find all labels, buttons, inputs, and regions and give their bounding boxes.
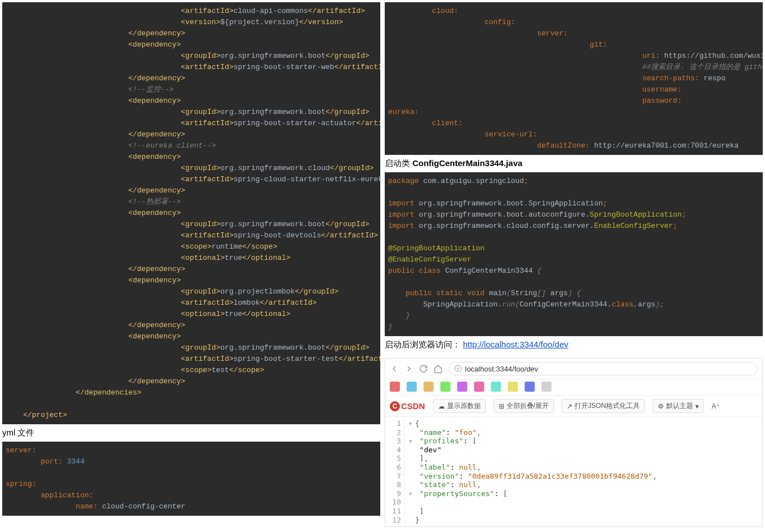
access-link[interactable]: http://localhost:3344/foo/dev xyxy=(463,340,568,349)
cloud-icon: ☁ xyxy=(438,402,445,410)
show-raw-button[interactable]: ☁显示原数据 xyxy=(433,399,486,413)
open-json-tool-button[interactable]: ↗打开JSON格式化工具 xyxy=(562,399,645,413)
reload-icon[interactable] xyxy=(419,364,428,373)
browser-mock: ⓘ localhost:3344/foo/dev CCSDN xyxy=(385,358,763,527)
yml-block-2: cloud: config: server: git: uri: https:/ xyxy=(385,2,763,155)
pom-xml-block: <artifactId>cloud-api-commons</artifactI… xyxy=(2,2,380,424)
gear-icon: ⚙ xyxy=(658,402,664,410)
bookmarks-bar xyxy=(385,379,762,396)
java-label: 启动类 ConfigCenterMain3344.java xyxy=(385,155,763,172)
back-icon[interactable] xyxy=(390,364,399,373)
forward-icon[interactable] xyxy=(404,364,413,373)
csdn-logo: CCSDN xyxy=(390,401,425,411)
json-toolbar: CCSDN ☁显示原数据 ⊞全部折叠/展开 ↗打开JSON格式化工具 ⚙默认主题… xyxy=(385,396,762,417)
browser-nav-bar: ⓘ localhost:3344/foo/dev xyxy=(385,359,762,379)
right-column: cloud: config: server: git: uri: https:/ xyxy=(382,0,765,529)
chevron-down-icon: ▾ xyxy=(695,402,699,410)
theme-select[interactable]: ⚙默认主题▾ xyxy=(653,399,704,413)
home-icon[interactable] xyxy=(434,364,443,373)
info-icon: ⓘ xyxy=(454,364,462,374)
access-line: 启动后浏览器访问： http://localhost:3344/foo/dev xyxy=(385,336,763,354)
fold-all-button[interactable]: ⊞全部折叠/展开 xyxy=(494,399,554,413)
json-viewer: 1▾{2 "name": "foo",3▾ "profiles": [4 "de… xyxy=(385,417,762,526)
font-increase-button[interactable]: A⁺ xyxy=(712,402,720,410)
left-column: <artifactId>cloud-api-commons</artifactI… xyxy=(0,0,382,529)
yml-block-1: server: port: 3344 spring: application: … xyxy=(2,442,380,516)
fold-icon: ⊞ xyxy=(499,402,504,410)
external-icon: ↗ xyxy=(567,402,572,410)
yml-label: yml 文件 xyxy=(2,424,380,442)
java-block: package com.atguigu.springcloud; import … xyxy=(385,172,763,336)
url-bar[interactable]: ⓘ localhost:3344/foo/dev xyxy=(448,362,758,375)
